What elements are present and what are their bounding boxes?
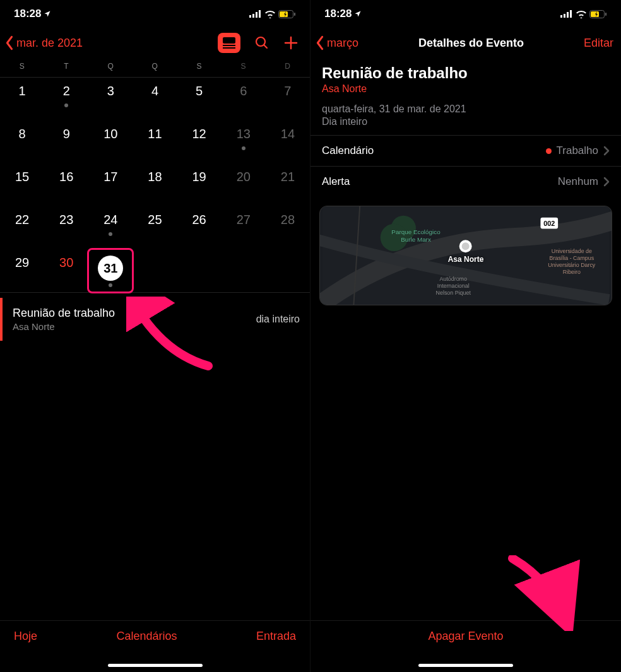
calendar-day[interactable]: 6 (222, 78, 266, 121)
calendar-day[interactable]: 31 (88, 249, 133, 292)
cellular-icon (560, 10, 573, 18)
map-pin: Asa Norte (448, 240, 484, 264)
home-indicator[interactable] (418, 664, 513, 667)
status-time: 18:28 (324, 8, 352, 20)
add-button[interactable] (283, 35, 299, 50)
nav-bar: mar. de 2021 (0, 28, 310, 58)
svg-text:Burle Marx: Burle Marx (401, 236, 431, 243)
calendar-day[interactable]: 27 (222, 206, 266, 249)
event-row[interactable]: Reunião de trabalho Asa Norte dia inteir… (0, 298, 310, 341)
event-header: Reunião de trabalho Asa Norte quarta-fei… (310, 58, 621, 135)
svg-line-11 (264, 45, 267, 48)
calendar-day[interactable]: 21 (266, 163, 310, 206)
search-button[interactable] (254, 35, 269, 50)
calendar-day[interactable]: 23 (44, 206, 88, 249)
calendar-day[interactable]: 7 (266, 78, 310, 121)
calendar-day[interactable]: 12 (177, 121, 222, 163)
home-indicator[interactable] (108, 664, 203, 667)
calendar-row[interactable]: Calendário Trabalho (310, 135, 621, 166)
calendar-day[interactable]: 16 (44, 163, 88, 206)
svg-rect-9 (223, 47, 235, 49)
calendar-day[interactable]: 13 (222, 121, 266, 163)
calendar-day[interactable]: 22 (0, 206, 44, 249)
svg-text:Autódromo: Autódromo (440, 276, 467, 282)
svg-rect-15 (560, 15, 562, 18)
svg-rect-18 (570, 10, 572, 18)
calendar-day[interactable]: 5 (177, 78, 222, 121)
calendar-day[interactable]: 1 (0, 78, 44, 121)
list-icon (223, 37, 235, 49)
inbox-button[interactable]: Entrada (256, 630, 296, 643)
svg-rect-5 (280, 11, 288, 17)
svg-text:002: 002 (543, 220, 555, 227)
calendar-day[interactable]: 19 (177, 163, 222, 206)
calendar-day[interactable]: 20 (222, 163, 266, 206)
calendar-day[interactable]: 2 (44, 78, 88, 121)
calendar-color-dot (546, 148, 552, 154)
calendar-day[interactable]: 8 (0, 121, 44, 163)
event-location: Asa Norte (13, 321, 256, 332)
calendar-day (266, 249, 310, 292)
svg-rect-16 (564, 14, 565, 18)
calendar-day[interactable]: 28 (266, 206, 310, 249)
alert-row[interactable]: Alerta Nenhum (310, 166, 621, 197)
svg-rect-17 (567, 12, 569, 18)
svg-text:Ribeiro: Ribeiro (563, 269, 581, 275)
calendar-day (177, 249, 222, 292)
search-icon (254, 35, 269, 50)
plus-icon (283, 35, 299, 50)
svg-text:Universitário Darcy: Universitário Darcy (548, 262, 596, 268)
calendar-day (133, 249, 177, 292)
calendar-day[interactable]: 18 (133, 163, 177, 206)
svg-rect-1 (252, 14, 254, 18)
calendar-day[interactable]: 14 (266, 121, 310, 163)
list-view-button[interactable] (218, 33, 240, 53)
calendar-grid: 1234567891011121314151617181920212223242… (0, 78, 310, 292)
back-button[interactable]: mar. de 2021 (4, 35, 83, 50)
svg-rect-0 (249, 15, 251, 18)
calendars-button[interactable]: Calendários (116, 630, 177, 643)
calendar-day[interactable]: 29 (0, 249, 44, 292)
status-time: 18:28 (14, 8, 41, 20)
calendar-day[interactable]: 24 (88, 206, 133, 249)
svg-rect-6 (294, 13, 295, 16)
calendar-day[interactable]: 15 (0, 163, 44, 206)
today-button[interactable]: Hoje (14, 630, 37, 643)
back-label: mar. de 2021 (16, 37, 83, 50)
calendar-day[interactable]: 3 (88, 78, 133, 121)
calendar-day[interactable]: 30 (44, 249, 88, 292)
event-time: dia inteiro (256, 314, 300, 325)
back-label: março (327, 37, 358, 50)
event-allday: Dia inteiro (322, 116, 610, 127)
battery-icon (589, 10, 607, 18)
calendar-month-screen: 18:28 mar. de 2021 S T Q (0, 0, 310, 672)
wifi-icon (576, 10, 587, 18)
map-preview[interactable]: 002 Parque Ecológico Burle Marx Autódrom… (319, 206, 612, 305)
nav-bar: março Detalhes do Evento Editar (310, 28, 621, 58)
svg-rect-21 (605, 13, 606, 16)
event-date: quarta-feira, 31 de mar. de 2021 (322, 103, 610, 115)
event-dot (242, 146, 245, 150)
pin-icon (459, 240, 472, 252)
delete-event-button[interactable]: Apagar Evento (428, 630, 503, 643)
svg-rect-2 (256, 12, 257, 18)
svg-rect-3 (259, 10, 261, 18)
wifi-icon (264, 10, 276, 18)
svg-text:Internacional: Internacional (437, 283, 470, 289)
calendar-day[interactable]: 25 (133, 206, 177, 249)
svg-text:Brasília - Campus: Brasília - Campus (550, 255, 594, 261)
edit-button[interactable]: Editar (584, 37, 613, 50)
weekday-header: S T Q Q S S D (0, 58, 310, 77)
cellular-icon (249, 10, 262, 18)
back-button[interactable]: março (314, 35, 358, 50)
calendar-day[interactable]: 17 (88, 163, 133, 206)
chevron-right-icon (603, 146, 610, 156)
event-dot (109, 232, 112, 236)
calendar-day[interactable]: 26 (177, 206, 222, 249)
event-details-screen: 18:28 março Detalhes do Evento Editar Re… (310, 0, 621, 672)
status-bar: 18:28 (310, 0, 621, 28)
calendar-day[interactable]: 10 (88, 121, 133, 163)
calendar-day[interactable]: 9 (44, 121, 88, 163)
calendar-day[interactable]: 11 (133, 121, 177, 163)
calendar-day[interactable]: 4 (133, 78, 177, 121)
